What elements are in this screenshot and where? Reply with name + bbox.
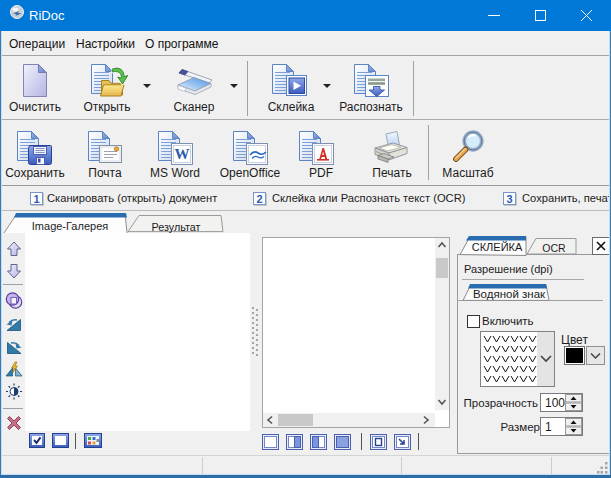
- svg-text:W: W: [175, 146, 190, 162]
